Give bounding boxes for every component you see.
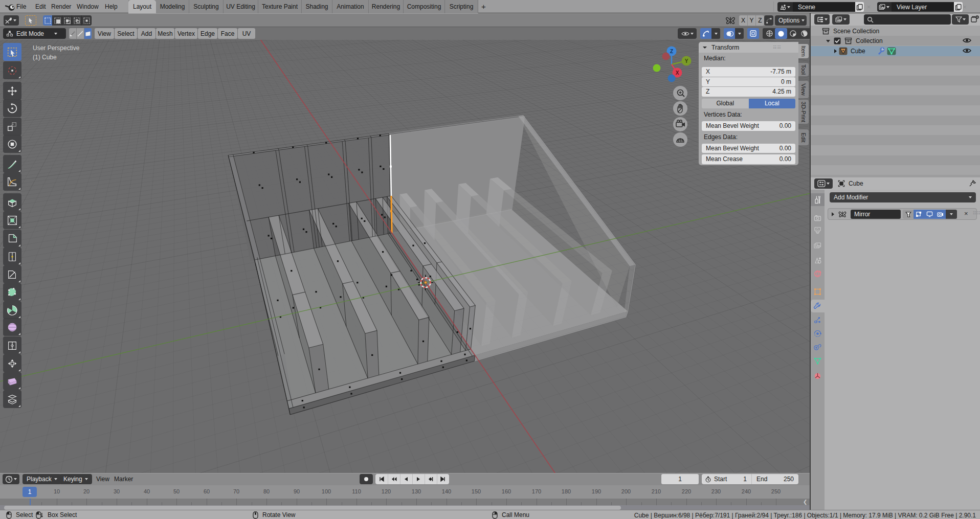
svg-text:Z: Z [670,49,673,54]
svg-text:Y: Y [685,58,688,64]
svg-text:X: X [676,70,679,76]
